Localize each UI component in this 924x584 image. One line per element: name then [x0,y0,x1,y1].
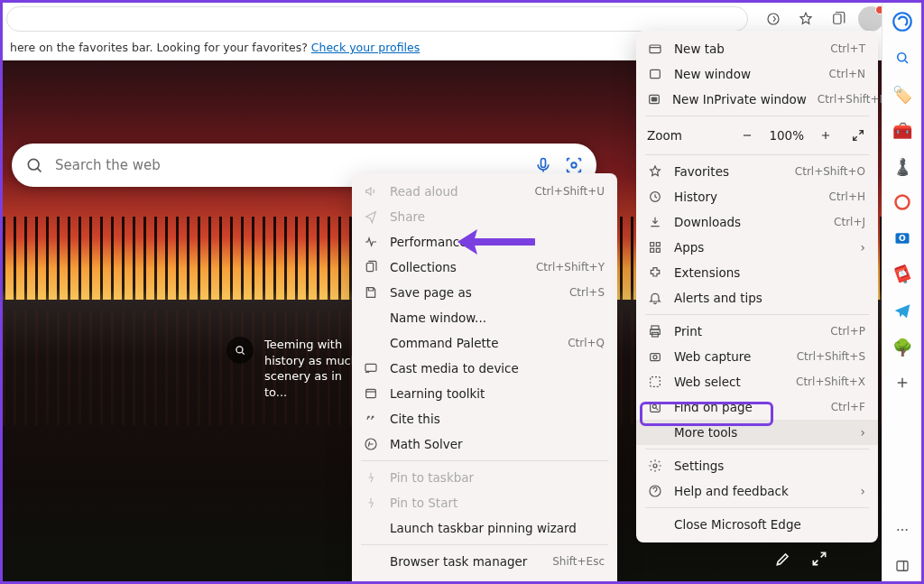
fullscreen-button[interactable] [847,125,869,146]
save-icon [363,285,379,300]
menu-item-web-capture[interactable]: Web captureCtrl+Shift+S [636,344,878,369]
menu-item-collections[interactable]: CollectionsCtrl+Shift+Y [352,255,617,280]
menu-item-alerts[interactable]: Alerts and tips [636,285,878,311]
svg-rect-20 [651,248,654,252]
svg-rect-13 [650,45,661,53]
menu-item-new-window[interactable]: New windowCtrl+N [636,61,878,87]
svg-rect-6 [541,159,546,168]
window-icon [647,67,663,81]
gear-icon [647,459,663,473]
address-bar[interactable] [6,6,748,32]
edit-icon[interactable] [773,549,793,569]
svg-rect-40 [897,561,908,571]
zoom-label: Zoom [647,128,682,143]
menu-item-command-palette[interactable]: Command PaletteCtrl+Q [352,330,617,356]
collections-toolbar-icon[interactable] [824,5,853,33]
math-icon [363,437,379,451]
search-icon [24,155,44,175]
cite-icon [363,412,379,426]
zoom-in-button[interactable] [815,125,836,146]
add-sidebar-icon[interactable] [887,367,918,398]
office-sidebar-icon[interactable] [887,187,918,218]
svg-point-33 [897,53,905,61]
menu-item-print[interactable]: PrintCtrl+P [636,319,878,344]
find-icon [647,400,663,414]
drop-sidebar-icon[interactable]: 📮 [882,255,922,294]
menu-item-close-edge[interactable]: Close Microsoft Edge [636,512,878,537]
performance-icon [363,235,379,249]
sidebar-toggle-icon[interactable] [887,551,918,581]
page-actions [773,549,829,569]
favorites-bar-text: here on the favorites bar. Looking for y… [10,41,308,54]
svg-rect-14 [651,70,661,78]
svg-rect-16 [651,97,656,101]
menu-item-extensions[interactable]: Extensions [636,260,878,285]
read-aloud-toolbar-icon[interactable] [759,5,788,33]
image-info-chip[interactable]: Teeming with history as much scenery as … [226,337,362,400]
more-sidebar-icon[interactable] [887,514,918,545]
cast-icon [363,361,379,375]
check-profiles-link[interactable]: Check your profiles [311,41,420,54]
shopping-sidebar-icon[interactable]: 🏷️ [887,79,918,109]
menu-item-settings[interactable]: Settings [636,453,878,478]
expand-icon[interactable] [809,549,829,569]
tree-sidebar-icon[interactable]: 🌳 [887,331,918,362]
telegram-sidebar-icon[interactable] [887,295,918,326]
search-sidebar-icon[interactable] [887,42,918,73]
svg-rect-27 [651,377,661,387]
svg-point-37 [897,529,899,531]
print-icon [647,324,663,338]
select-icon [647,375,663,389]
voice-icon[interactable] [533,155,553,175]
menu-item-history[interactable]: HistoryCtrl+H [636,184,878,209]
chevron-right-icon: › [861,425,865,440]
zoom-value: 100% [769,128,804,143]
chevron-right-icon: › [861,484,865,498]
tools-sidebar-icon[interactable]: 🧰 [887,115,918,145]
outlook-sidebar-icon[interactable]: O [887,223,918,254]
games-sidebar-icon[interactable]: ♟️ [887,151,918,181]
bing-chat-icon[interactable] [887,6,918,37]
search-input[interactable] [55,157,522,173]
menu-item-cite[interactable]: Cite this [352,406,617,431]
share-icon [363,209,379,224]
menu-item-launch-pin-wizard[interactable]: Launch taskbar pinning wizard [352,515,617,541]
apps-icon [647,240,663,255]
menu-item-name-window[interactable]: Name window... [352,305,617,330]
history-icon [647,190,663,204]
download-icon [647,215,663,229]
learning-icon [363,386,379,401]
menu-item-internet-options: Internet Options [352,574,617,584]
svg-rect-9 [366,263,373,271]
menu-item-share: Share [352,204,617,229]
menu-item-math[interactable]: Math Solver [352,431,617,457]
menu-item-task-manager[interactable]: Browser task managerShift+Esc [352,549,617,574]
menu-item-web-select[interactable]: Web selectCtrl+Shift+X [636,369,878,394]
menu-item-new-inprivate[interactable]: New InPrivate windowCtrl+Shift+N [636,87,878,112]
zoom-out-button[interactable] [736,125,758,146]
svg-rect-18 [651,243,654,246]
svg-rect-22 [651,326,659,329]
menu-item-performance[interactable]: Performance [352,229,617,255]
edge-sidebar: 🏷️ 🧰 ♟️ O 📮 🌳 [882,3,921,581]
pin-icon [363,496,379,509]
inprivate-icon [647,92,661,107]
chevron-right-icon: › [861,240,865,255]
menu-item-cast[interactable]: Cast media to device [352,356,617,381]
menu-item-new-tab[interactable]: New tabCtrl+T [636,36,878,61]
menu-item-apps[interactable]: Apps› [636,235,878,260]
menu-item-favorites[interactable]: FavoritesCtrl+Shift+O [636,159,878,184]
svg-text:O: O [899,233,906,243]
menu-item-learning[interactable]: Learning toolkit [352,381,617,406]
menu-item-downloads[interactable]: DownloadsCtrl+J [636,209,878,235]
image-search-icon[interactable] [564,155,584,175]
menu-item-save-page[interactable]: Save page asCtrl+S [352,280,617,305]
bell-icon [647,291,663,305]
menu-item-help[interactable]: Help and feedback› [636,478,878,504]
puzzle-icon [647,265,663,280]
svg-rect-21 [656,248,660,252]
svg-rect-1 [834,14,841,24]
favorites-toolbar-icon[interactable] [791,5,820,33]
menu-item-more-tools[interactable]: More tools› [636,420,878,445]
menu-item-find[interactable]: Find on pageCtrl+F [636,394,878,420]
